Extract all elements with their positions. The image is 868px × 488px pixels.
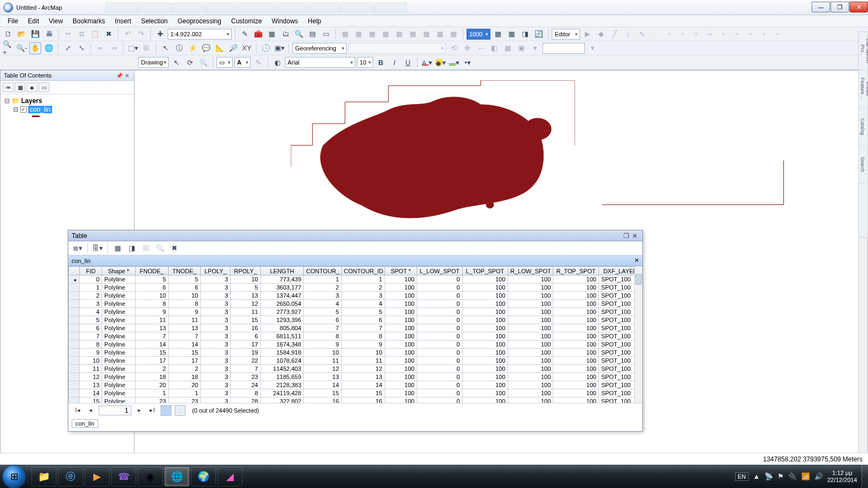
attr-cell[interactable]: 10 xyxy=(231,275,260,284)
attr-cell[interactable]: 100 xyxy=(553,373,599,381)
row-header[interactable] xyxy=(69,284,80,292)
tree-collapse-icon[interactable]: ⊟ xyxy=(4,97,10,105)
attr-cell[interactable]: 6 xyxy=(341,316,385,324)
attr-cell[interactable]: 0 xyxy=(417,365,462,373)
nav-last-icon[interactable]: ▸I xyxy=(148,407,157,414)
attr-cell[interactable]: 24 xyxy=(231,381,260,389)
nav-next-icon[interactable]: ▸ xyxy=(135,407,144,414)
attr-cell[interactable]: 10 xyxy=(304,349,342,357)
attr-cell[interactable]: 8 xyxy=(304,332,342,341)
attr-cell[interactable]: 11 xyxy=(135,316,168,324)
edit-arrow-icon[interactable]: ▶ xyxy=(582,28,593,40)
attr-cell[interactable]: 3 xyxy=(201,308,231,316)
attr-cell[interactable]: 2 xyxy=(80,292,102,300)
attr-cell[interactable]: 1 xyxy=(80,284,102,292)
attr-cell[interactable]: 100 xyxy=(385,300,417,308)
attr-close-icon[interactable]: ✕ xyxy=(630,232,639,240)
attr-cell[interactable]: 100 xyxy=(462,308,508,316)
drawing-dropdown[interactable]: Drawing xyxy=(138,57,169,68)
attr-cell[interactable]: 14 xyxy=(168,341,200,349)
attr-cell[interactable]: 100 xyxy=(385,341,417,349)
attr-cell[interactable]: 100 xyxy=(462,373,508,381)
attr-cell[interactable]: 773,439 xyxy=(260,275,304,284)
toc-tab-source-icon[interactable]: ▦ xyxy=(15,82,25,92)
draw-symbol-icon[interactable]: ◐ xyxy=(271,56,283,68)
editor-toolbar-icon[interactable]: ✎ xyxy=(239,28,251,40)
attr-switch-icon[interactable]: ◨ xyxy=(126,242,138,254)
attr-cell[interactable]: 4 xyxy=(341,300,385,308)
tray-action-icon[interactable]: ⚑ xyxy=(777,472,784,480)
grid8-icon[interactable]: ▦ xyxy=(434,28,446,40)
attr-col-header[interactable]: R_TOP_SPOT xyxy=(553,267,599,275)
add-data-icon[interactable]: ✚ xyxy=(154,28,166,40)
attr-cell[interactable]: 5 xyxy=(135,275,168,284)
attr-cell[interactable]: 11 xyxy=(80,365,102,373)
attr-cell[interactable]: 12 xyxy=(80,373,102,381)
marker-color-icon[interactable]: •▾ xyxy=(462,56,474,68)
attr-cell[interactable]: 100 xyxy=(553,341,599,349)
attr-cell[interactable]: 8 xyxy=(341,332,385,341)
attr-cell[interactable]: 100 xyxy=(508,349,553,357)
attr-cell[interactable]: 18 xyxy=(135,373,168,381)
menu-insert[interactable]: Insert xyxy=(111,16,136,27)
attr-cell[interactable]: 19 xyxy=(231,349,260,357)
attr-cell[interactable]: 14 xyxy=(304,381,342,389)
attr-cell[interactable]: 100 xyxy=(508,332,553,341)
attr-cell[interactable]: 100 xyxy=(508,389,553,397)
attr-cell[interactable]: 7 xyxy=(304,324,342,332)
attr-col-header[interactable]: Shape * xyxy=(102,267,135,275)
attr-cell[interactable]: 0 xyxy=(417,324,462,332)
georef-7-icon[interactable]: ▾ xyxy=(529,42,541,54)
bold-icon[interactable]: B xyxy=(375,56,387,68)
row-header[interactable] xyxy=(69,275,80,284)
open-icon[interactable]: 📂 xyxy=(16,28,28,40)
attr-cell[interactable]: 3 xyxy=(201,389,231,397)
attr-cell[interactable]: 13 xyxy=(135,324,168,332)
time-slider-icon[interactable]: 🕓 xyxy=(260,42,272,54)
attr-cell[interactable]: 5 xyxy=(231,284,260,292)
attr-cell[interactable]: 6811,511 xyxy=(260,332,304,341)
draw-shape-combo[interactable]: ▭ xyxy=(216,57,233,68)
attr-cell[interactable]: Polyline xyxy=(102,341,135,349)
attr-cell[interactable]: 3 xyxy=(341,292,385,300)
attr-cell[interactable]: 12 xyxy=(341,365,385,373)
maximize-button[interactable]: ❐ xyxy=(831,2,849,12)
attr-cell[interactable]: 16 xyxy=(341,397,385,403)
attr-cell[interactable]: 0 xyxy=(417,381,462,389)
draw-zoom-icon[interactable]: 🔍 xyxy=(197,56,209,68)
nav-first-icon[interactable]: I◂ xyxy=(73,407,82,414)
layout2-icon[interactable]: ▦ xyxy=(506,28,518,40)
edit-vertex-icon[interactable]: ◆ xyxy=(595,28,607,40)
model-icon[interactable]: ▭ xyxy=(320,28,332,40)
georef-4-icon[interactable]: ◧ xyxy=(488,42,500,54)
attr-cell[interactable]: 100 xyxy=(553,365,599,373)
side-tab-search[interactable]: Search xyxy=(859,146,866,184)
attr-cell[interactable]: 100 xyxy=(553,275,599,284)
edit-e2-icon[interactable]: ▫ xyxy=(676,28,688,40)
attr-zoom-icon[interactable]: 🔍 xyxy=(154,242,166,254)
attr-cell[interactable]: 13 xyxy=(304,373,342,381)
nav-prev-icon[interactable]: ◂ xyxy=(86,407,95,414)
attr-cell[interactable]: 6 xyxy=(304,316,342,324)
attr-cell[interactable]: 3 xyxy=(201,292,231,300)
minimize-button[interactable]: — xyxy=(812,2,830,12)
attr-cell[interactable]: 14 xyxy=(341,381,385,389)
attr-cell[interactable]: 22 xyxy=(231,357,260,365)
attr-cell[interactable]: 100 xyxy=(462,275,508,284)
attr-cell[interactable]: 100 xyxy=(553,349,599,357)
attr-cell[interactable]: 9 xyxy=(168,308,200,316)
attr-cell[interactable]: 100 xyxy=(508,397,553,403)
attr-cell[interactable]: 100 xyxy=(553,284,599,292)
attr-cell[interactable]: 0 xyxy=(417,275,462,284)
attr-cell[interactable]: 100 xyxy=(385,284,417,292)
python-icon[interactable]: ▤ xyxy=(307,28,318,40)
georef-1-icon[interactable]: ⟲ xyxy=(448,42,459,54)
attr-cell[interactable]: 3 xyxy=(201,397,231,403)
toc-close-icon[interactable]: ✕ xyxy=(123,73,131,79)
attr-cell[interactable]: 13 xyxy=(231,292,260,300)
menu-file[interactable]: File xyxy=(3,16,22,27)
draw-select-icon[interactable]: ↖ xyxy=(170,56,182,68)
menu-windows[interactable]: Windows xyxy=(267,16,303,27)
attr-cell[interactable]: 6 xyxy=(231,332,260,341)
attr-cell[interactable]: 16 xyxy=(231,324,260,332)
